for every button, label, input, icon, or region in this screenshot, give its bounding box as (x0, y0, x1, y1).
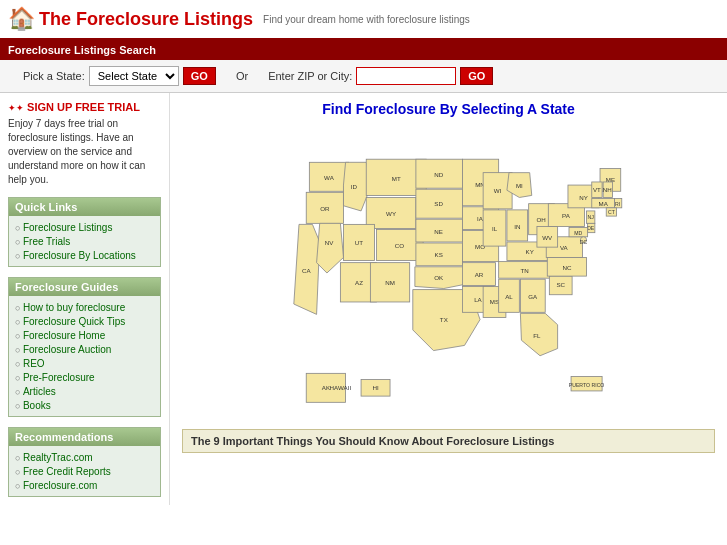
list-item: Foreclosure Auction (15, 342, 154, 356)
state-sd[interactable] (415, 189, 462, 218)
pick-state-label: Pick a State: (23, 70, 85, 82)
state-il[interactable] (483, 210, 506, 246)
list-item: Books (15, 398, 154, 412)
state-hi[interactable] (361, 380, 390, 397)
list-item: How to buy foreclosure (15, 300, 154, 314)
list-item: Free Trials (15, 234, 154, 248)
guides-list: How to buy foreclosure Foreclosure Quick… (9, 296, 160, 416)
state-ma[interactable] (591, 199, 614, 208)
state-ar[interactable] (462, 263, 495, 286)
signup-section: ✦✦ SIGN UP FREE TRIAL Enjoy 7 days free … (8, 101, 161, 187)
zip-go-button[interactable]: GO (460, 67, 493, 85)
signup-link[interactable]: SIGN UP FREE TRIAL (27, 101, 140, 113)
state-nj[interactable] (586, 211, 594, 223)
us-map-svg: WA OR CA NV ID MT WY (199, 123, 699, 423)
recommendations-box: Recommendations RealtyTrac.com Free Cred… (8, 427, 161, 497)
state-ak[interactable] (306, 373, 345, 402)
state-pr[interactable] (571, 376, 602, 390)
quicklink-item[interactable]: Foreclosure Listings (23, 222, 112, 233)
state-fl[interactable] (520, 313, 557, 355)
signup-text: Enjoy 7 days free trial on foreclosure l… (8, 117, 161, 187)
state-ut[interactable] (343, 224, 374, 260)
state-dc[interactable] (580, 237, 586, 243)
list-item: Foreclosure Listings (15, 220, 154, 234)
state-ks[interactable] (415, 243, 462, 266)
state-vt[interactable] (591, 182, 601, 198)
zip-label: Enter ZIP or City: (268, 70, 352, 82)
header: 🏠 The Foreclosure Listings Find your dre… (0, 0, 727, 40)
state-ct[interactable] (606, 208, 616, 216)
quicklink-item[interactable]: Foreclosure By Locations (23, 250, 136, 261)
list-item: REO (15, 356, 154, 370)
list-item: Free Credit Reports (15, 464, 154, 478)
state-de[interactable] (587, 223, 594, 232)
recommendation-item[interactable]: RealtyTrac.com (23, 452, 93, 463)
site-title-plain: The (39, 9, 76, 29)
dingbat-icon: ✦✦ (8, 103, 24, 113)
list-item: Foreclosure Home (15, 328, 154, 342)
map-container: WA OR CA NV ID MT WY (178, 123, 719, 425)
or-label: Or (236, 70, 248, 82)
state-ne[interactable] (415, 219, 462, 242)
recommendation-item[interactable]: Foreclosure.com (23, 480, 97, 491)
list-item: Foreclosure By Locations (15, 248, 154, 262)
state-sc[interactable] (549, 276, 572, 295)
state-nc[interactable] (547, 257, 586, 276)
guide-item[interactable]: Articles (23, 386, 56, 397)
zip-input[interactable] (356, 67, 456, 85)
recommendations-list: RealtyTrac.com Free Credit Reports Forec… (9, 446, 160, 496)
site-title: The Foreclosure Listings (39, 9, 253, 30)
list-item: RealtyTrac.com (15, 450, 154, 464)
guide-item[interactable]: Foreclosure Home (23, 330, 105, 341)
state-ok[interactable] (414, 267, 469, 289)
state-or[interactable] (306, 192, 343, 223)
state-select[interactable]: Select State AlabamaAlaskaArizona Arkans… (89, 66, 179, 86)
logo-icon: 🏠 (8, 6, 35, 32)
site-title-colored: Foreclosure Listings (76, 9, 253, 29)
main-content: Find Foreclosure By Selecting A State WA… (170, 93, 727, 505)
content-heading: Find Foreclosure By Selecting A State (178, 101, 719, 117)
state-wv[interactable] (536, 226, 557, 247)
guide-item[interactable]: Books (23, 400, 51, 411)
recommendation-item[interactable]: Free Credit Reports (23, 466, 111, 477)
tagline: Find your dream home with foreclosure li… (263, 14, 470, 25)
guide-item[interactable]: Foreclosure Auction (23, 344, 111, 355)
state-nv[interactable] (316, 223, 343, 273)
list-item: Articles (15, 384, 154, 398)
guide-item[interactable]: REO (23, 358, 45, 369)
list-item: Pre-Foreclosure (15, 370, 154, 384)
navbar-title: Foreclosure Listings Search (8, 44, 156, 56)
list-item: Foreclosure.com (15, 478, 154, 492)
navbar: Foreclosure Listings Search (0, 40, 727, 60)
sidebar: ✦✦ SIGN UP FREE TRIAL Enjoy 7 days free … (0, 93, 170, 505)
state-ri[interactable] (614, 199, 621, 208)
guide-item[interactable]: Pre-Foreclosure (23, 372, 95, 383)
searchbar: Pick a State: Select State AlabamaAlaska… (0, 60, 727, 93)
list-item: Foreclosure Quick Tips (15, 314, 154, 328)
main-layout: ✦✦ SIGN UP FREE TRIAL Enjoy 7 days free … (0, 93, 727, 505)
state-al[interactable] (498, 279, 519, 312)
zip-section: Enter ZIP or City: GO (268, 67, 493, 85)
state-wa[interactable] (309, 162, 348, 191)
state-md[interactable] (569, 227, 588, 236)
state-nm[interactable] (370, 263, 409, 302)
state-nd[interactable] (415, 159, 462, 188)
state-ca[interactable] (293, 224, 319, 314)
guide-item[interactable]: How to buy foreclosure (23, 302, 125, 313)
state-in[interactable] (506, 210, 527, 241)
bottom-bar: The 9 Important Things You Should Know A… (182, 429, 715, 453)
pick-state-section: Pick a State: Select State AlabamaAlaska… (23, 66, 216, 86)
state-tn[interactable] (498, 262, 550, 279)
quicklink-item[interactable]: Free Trials (23, 236, 70, 247)
state-nh[interactable] (603, 182, 612, 198)
recommendations-title: Recommendations (9, 428, 160, 446)
state-wy[interactable] (366, 197, 416, 228)
quicklinks-title: Quick Links (9, 198, 160, 216)
state-ga[interactable] (520, 279, 545, 312)
quicklinks-list: Foreclosure Listings Free Trials Foreclo… (9, 216, 160, 266)
guide-item[interactable]: Foreclosure Quick Tips (23, 316, 125, 327)
quicklinks-box: Quick Links Foreclosure Listings Free Tr… (8, 197, 161, 267)
guides-title: Foreclosure Guides (9, 278, 160, 296)
state-go-button[interactable]: GO (183, 67, 216, 85)
guides-box: Foreclosure Guides How to buy foreclosur… (8, 277, 161, 417)
